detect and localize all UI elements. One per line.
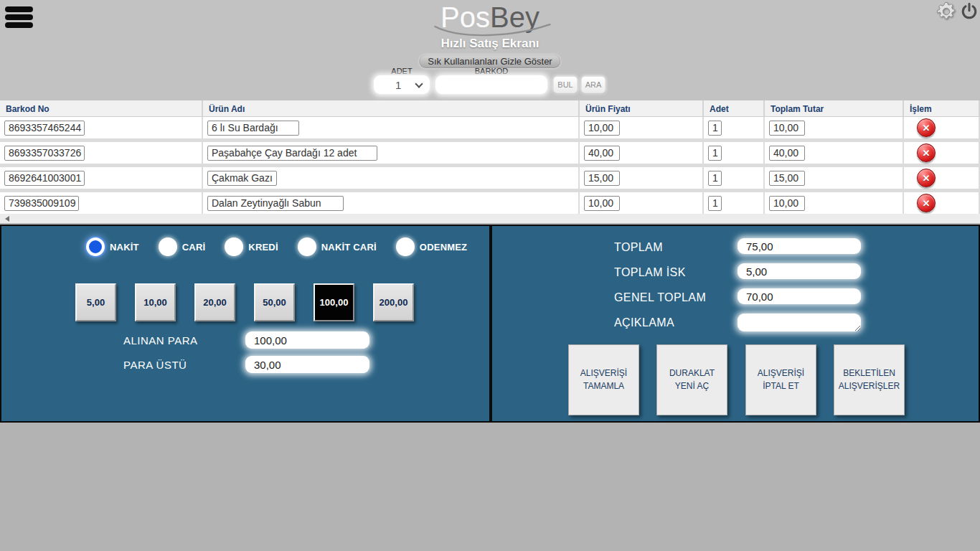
table-row: ✕ xyxy=(0,192,980,214)
column-header-adet: Adet xyxy=(704,100,765,116)
denomination-buttons: 5,00 10,00 20,00 50,00 100,00 200,00 xyxy=(75,283,433,321)
pos-quick-sale-screen: PosBey Hızlı Satış Ekranı Sık Kullanılan… xyxy=(0,0,980,551)
row-product-input[interactable] xyxy=(207,121,299,136)
row-barcode-input[interactable] xyxy=(4,171,85,186)
row-product-input[interactable] xyxy=(207,146,377,161)
scroll-left-arrow-icon[interactable] xyxy=(5,216,9,222)
row-product-input[interactable] xyxy=(207,171,277,186)
held-sales-button[interactable]: BEKLETİLEN ALIŞVERİŞLER xyxy=(834,344,905,415)
delete-row-button[interactable]: ✕ xyxy=(917,194,936,212)
column-header-islem: İşlem xyxy=(904,100,980,116)
row-price-input[interactable] xyxy=(584,196,620,211)
page-title: Hızlı Satış Ekranı xyxy=(0,37,980,51)
row-qty-input[interactable] xyxy=(708,196,722,211)
quantity-select-wrapper: 1 xyxy=(374,75,430,94)
gear-icon xyxy=(936,1,957,22)
settings-button[interactable] xyxy=(935,1,958,24)
column-header-urun-fiyati: Ürün Fiyatı xyxy=(580,100,704,116)
quantity-select[interactable]: 1 xyxy=(374,75,430,94)
power-button[interactable] xyxy=(959,2,979,22)
denomination-10-button[interactable]: 10,00 xyxy=(135,283,176,321)
top-header: PosBey Hızlı Satış Ekranı Sık Kullanılan… xyxy=(0,0,980,100)
delete-x-icon: ✕ xyxy=(923,174,930,183)
barcode-input[interactable] xyxy=(435,75,547,94)
denomination-200-button[interactable]: 200,00 xyxy=(373,283,414,321)
denomination-5-button[interactable]: 5,00 xyxy=(75,283,116,321)
payment-method-odenmez[interactable]: ODENMEZ xyxy=(396,237,467,256)
quantity-label: ADET xyxy=(374,67,430,75)
radio-button-icon[interactable] xyxy=(396,237,415,256)
row-barcode-input[interactable] xyxy=(4,196,79,211)
column-header-urun-adi: Ürün Adı xyxy=(203,100,580,116)
delete-x-icon: ✕ xyxy=(923,199,930,208)
payment-method-nakit[interactable]: NAKİT xyxy=(86,237,139,256)
complete-sale-button[interactable]: ALIŞVERİŞİ TAMAMLA xyxy=(568,344,639,415)
denomination-50-button[interactable]: 50,00 xyxy=(254,283,295,321)
radio-button-icon[interactable] xyxy=(298,237,316,256)
table-row: ✕ xyxy=(0,117,980,138)
delete-row-button[interactable]: ✕ xyxy=(917,118,936,137)
grand-total-label: GENEL TOPLAM xyxy=(614,289,706,306)
radio-button-icon[interactable] xyxy=(86,237,105,256)
denomination-20-button[interactable]: 20,00 xyxy=(194,283,235,321)
radio-button-icon[interactable] xyxy=(159,237,177,256)
row-price-input[interactable] xyxy=(584,146,620,161)
row-qty-input[interactable] xyxy=(708,171,722,186)
power-icon xyxy=(960,2,979,21)
total-discount-label: TOPLAM İSK xyxy=(614,264,686,281)
row-barcode-input[interactable] xyxy=(4,121,85,136)
delete-row-button[interactable]: ✕ xyxy=(917,143,936,162)
cancel-sale-button[interactable]: ALIŞVERİŞİ İPTAL ET xyxy=(745,344,816,415)
table-row: ✕ xyxy=(0,142,980,164)
total-input[interactable] xyxy=(738,238,861,254)
search-button[interactable]: ARA xyxy=(581,76,606,93)
change-amount-label: PARA ÜSTÜ xyxy=(123,357,187,374)
column-header-barkod-no: Barkod No xyxy=(0,100,203,116)
row-barcode-input[interactable] xyxy=(4,146,85,161)
pause-and-new-button[interactable]: DURAKLAT YENİ AÇ xyxy=(656,344,727,415)
row-qty-input[interactable] xyxy=(708,146,722,161)
payment-panel: NAKİT CARİ KREDİ NAKİT CARİ ODENMEZ 5,00… xyxy=(0,225,491,423)
logo-swoosh xyxy=(431,24,553,38)
received-amount-input[interactable] xyxy=(245,331,369,349)
description-label: AÇIKLAMA xyxy=(614,314,674,331)
payment-method-group: NAKİT CARİ KREDİ NAKİT CARİ ODENMEZ xyxy=(86,237,486,256)
row-price-input[interactable] xyxy=(584,171,620,186)
denomination-100-button[interactable]: 100,00 xyxy=(314,283,354,321)
row-price-input[interactable] xyxy=(584,121,620,136)
payment-method-nakit-cari[interactable]: NAKİT CARİ xyxy=(298,237,377,256)
received-amount-label: ALINAN PARA xyxy=(123,332,198,349)
barcode-label: BARKOD xyxy=(435,67,547,75)
change-amount-input[interactable] xyxy=(245,356,369,373)
find-button[interactable]: BUL xyxy=(553,76,578,93)
payment-method-cari[interactable]: CARİ xyxy=(159,237,206,256)
delete-row-button[interactable]: ✕ xyxy=(917,169,936,187)
horizontal-scrollbar[interactable] xyxy=(0,214,980,223)
row-total-input[interactable] xyxy=(769,121,805,136)
payment-method-kredi[interactable]: KREDİ xyxy=(225,237,278,256)
total-label: TOPLAM xyxy=(614,239,663,255)
column-header-toplam-tutar: Toplam Tutar xyxy=(765,100,904,116)
table-header-row: Barkod No Ürün Adı Ürün Fiyatı Adet Topl… xyxy=(0,100,980,117)
table-row: ✕ xyxy=(0,167,980,189)
delete-x-icon: ✕ xyxy=(923,123,930,133)
delete-x-icon: ✕ xyxy=(923,149,930,158)
totals-panel: TOPLAM TOPLAM İSK GENEL TOPLAM AÇIKLAMA … xyxy=(491,225,980,423)
description-textarea[interactable] xyxy=(738,314,861,331)
grand-total-input[interactable] xyxy=(738,288,861,304)
radio-button-icon[interactable] xyxy=(225,237,243,256)
row-product-input[interactable] xyxy=(207,196,344,211)
row-total-input[interactable] xyxy=(769,196,805,211)
cart-table: Barkod No Ürün Adı Ürün Fiyatı Adet Topl… xyxy=(0,100,980,214)
row-total-input[interactable] xyxy=(769,146,805,161)
row-qty-input[interactable] xyxy=(708,121,722,136)
row-total-input[interactable] xyxy=(769,171,805,186)
total-discount-input[interactable] xyxy=(738,263,861,279)
